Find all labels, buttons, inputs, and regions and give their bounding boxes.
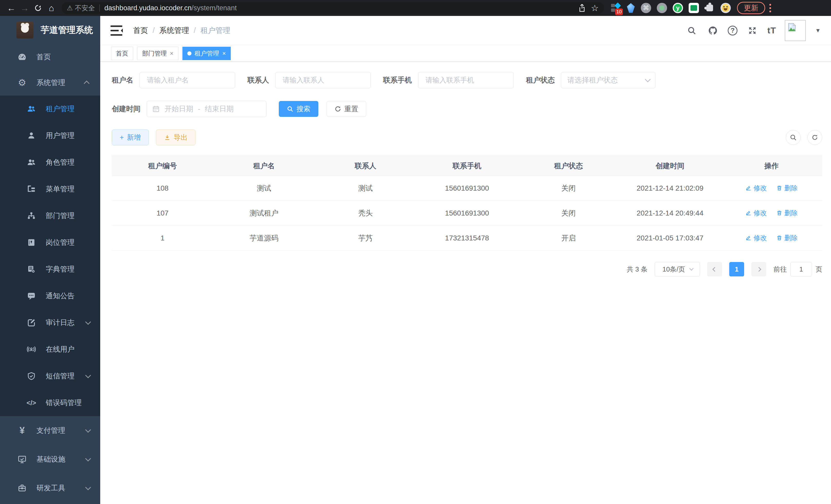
security-warning[interactable]: ⚠不安全 xyxy=(67,4,95,12)
add-button[interactable]: + 新增 xyxy=(112,129,149,145)
browser-reload-button[interactable] xyxy=(31,1,45,14)
edit-label: 修改 xyxy=(754,234,767,242)
share-icon[interactable] xyxy=(578,4,586,12)
filter-label: 联系人 xyxy=(248,75,269,85)
fullscreen-icon[interactable] xyxy=(746,24,758,37)
pagination: 共 3 条 10条/页 1 前往 页 xyxy=(112,262,822,276)
end-date-placeholder[interactable]: 结束日期 xyxy=(205,104,234,114)
sidebar-collapse-icon[interactable] xyxy=(111,25,122,36)
sidebar: 芋道管理系统 首页 ⚙ 系统管理 租户管理 xyxy=(0,16,100,504)
sidebar-item-audit[interactable]: 审计日志 xyxy=(0,309,100,336)
contact-input[interactable] xyxy=(275,72,371,88)
puzzle-shape xyxy=(706,5,713,11)
avatar-caret-down-icon[interactable]: ▼ xyxy=(815,27,821,34)
emoji-face xyxy=(722,4,729,12)
tag-dept[interactable]: 部门管理 × xyxy=(137,47,178,60)
command-extension-icon[interactable]: ⌘ xyxy=(641,3,651,13)
header-search-icon[interactable] xyxy=(686,24,698,37)
sidebar-item-label: 字典管理 xyxy=(46,264,75,274)
browser-home-button[interactable]: ⌂ xyxy=(45,1,58,14)
browser-forward-button[interactable]: → xyxy=(18,1,31,14)
github-icon[interactable] xyxy=(707,24,719,37)
tag-tenant-active[interactable]: 租户管理 × xyxy=(182,47,231,60)
proxy-extension-icon[interactable]: 10 xyxy=(610,3,621,13)
tenant-name-input[interactable] xyxy=(140,72,235,88)
browser-menu-icon[interactable] xyxy=(769,4,771,12)
close-icon[interactable]: × xyxy=(222,50,226,57)
reload-icon xyxy=(34,4,42,12)
filter-tenant-name: 租户名 xyxy=(112,72,235,88)
page-number-1[interactable]: 1 xyxy=(729,262,744,276)
extensions-puzzle-icon[interactable] xyxy=(705,3,715,13)
warning-icon: ⚠ xyxy=(67,4,73,12)
recorder-extension-icon[interactable] xyxy=(657,3,667,13)
export-button[interactable]: 导出 xyxy=(156,129,196,145)
font-size-icon[interactable]: tT xyxy=(767,25,776,35)
sidebar-item-home[interactable]: 首页 xyxy=(0,44,100,70)
sidebar-item-tenant[interactable]: 租户管理 xyxy=(0,95,100,122)
chrome-update-button[interactable]: 更新 xyxy=(737,2,765,14)
sidebar-item-menu[interactable]: 菜单管理 xyxy=(0,176,100,202)
page-size-select[interactable]: 10条/页 xyxy=(655,262,700,276)
edit-pencil-icon xyxy=(745,210,752,216)
edit-link[interactable]: 修改 xyxy=(745,209,767,217)
sidebar-item-devtool[interactable]: 研发工具 xyxy=(0,474,100,502)
error-code-icon: </> xyxy=(26,399,37,407)
prev-page-button[interactable] xyxy=(707,262,722,276)
close-icon[interactable]: × xyxy=(170,50,173,57)
tag-home[interactable]: 首页 xyxy=(111,47,133,60)
goto-page-input[interactable] xyxy=(791,262,812,276)
extension-badge: 10 xyxy=(615,8,623,15)
refresh-icon xyxy=(335,106,341,112)
user-avatar[interactable] xyxy=(785,20,806,41)
delete-link[interactable]: 删除 xyxy=(776,184,798,192)
bookmark-star-icon[interactable]: ☆ xyxy=(591,3,599,13)
sidebar-item-online[interactable]: 在线用户 xyxy=(0,336,100,363)
date-range-picker[interactable]: 开始日期 - 结束日期 xyxy=(147,101,266,117)
next-page-button[interactable] xyxy=(751,262,766,276)
sidebar-logo[interactable]: 芋道管理系统 xyxy=(0,16,100,44)
chevron-up-icon xyxy=(84,81,90,87)
sidebar-item-role[interactable]: 角色管理 xyxy=(0,149,100,176)
infra-monitor-icon xyxy=(17,455,28,464)
filter-contact: 联系人 xyxy=(248,72,371,88)
search-button[interactable]: 搜索 xyxy=(279,101,318,117)
browser-toolbar: ← → ⌂ ⚠不安全 dashboard.yudao.iocoder.cn/sy… xyxy=(0,0,831,16)
sidebar-item-pay[interactable]: ¥ 支付管理 xyxy=(0,416,100,445)
delete-link[interactable]: 删除 xyxy=(776,209,798,217)
sidebar-item-sms[interactable]: 短信管理 xyxy=(0,363,100,389)
docs-help-icon[interactable]: ? xyxy=(728,26,738,35)
delete-label: 删除 xyxy=(784,209,798,217)
edit-link[interactable]: 修改 xyxy=(745,184,767,192)
cell-id: 108 xyxy=(112,176,213,201)
cell-created: 2021-12-14 21:02:09 xyxy=(619,176,721,201)
sidebar-item-system[interactable]: ⚙ 系统管理 xyxy=(0,70,100,95)
sidebar-item-dict[interactable]: 字典管理 xyxy=(0,256,100,283)
balloon-extension-icon[interactable] xyxy=(627,3,635,13)
sidebar-item-errorcode[interactable]: </> 错误码管理 xyxy=(0,389,100,416)
delete-link[interactable]: 删除 xyxy=(776,234,798,242)
mobile-input[interactable] xyxy=(418,72,514,88)
browser-back-button[interactable]: ← xyxy=(5,1,18,14)
breadcrumb-system[interactable]: 系统管理 xyxy=(159,25,189,36)
select-placeholder: 请选择租户状态 xyxy=(567,75,618,85)
omnibox-divider xyxy=(99,4,100,11)
sidebar-item-dept[interactable]: 部门管理 xyxy=(0,202,100,229)
toggle-search-button[interactable] xyxy=(786,130,801,145)
browser-address-bar[interactable]: ⚠不安全 dashboard.yudao.iocoder.cn/system/t… xyxy=(62,2,604,14)
sidebar-item-notice[interactable]: 通知公告 xyxy=(0,283,100,309)
start-date-placeholder[interactable]: 开始日期 xyxy=(165,104,193,114)
sidebar-item-label: 在线用户 xyxy=(46,345,75,354)
profile-avatar-icon[interactable] xyxy=(720,3,731,13)
sidebar-item-infra[interactable]: 基础设施 xyxy=(0,445,100,474)
edit-link[interactable]: 修改 xyxy=(745,234,767,242)
status-select[interactable]: 请选择租户状态 xyxy=(561,72,656,88)
y-extension-icon[interactable]: y xyxy=(673,3,683,13)
tag-label: 租户管理 xyxy=(195,49,219,58)
sidebar-item-user[interactable]: 用户管理 xyxy=(0,122,100,149)
reset-button[interactable]: 重置 xyxy=(326,101,366,117)
sidebar-item-post[interactable]: 岗位管理 xyxy=(0,229,100,256)
chat-extension-icon[interactable] xyxy=(689,3,699,13)
refresh-table-button[interactable] xyxy=(807,130,822,145)
breadcrumb-home[interactable]: 首页 xyxy=(133,25,148,36)
